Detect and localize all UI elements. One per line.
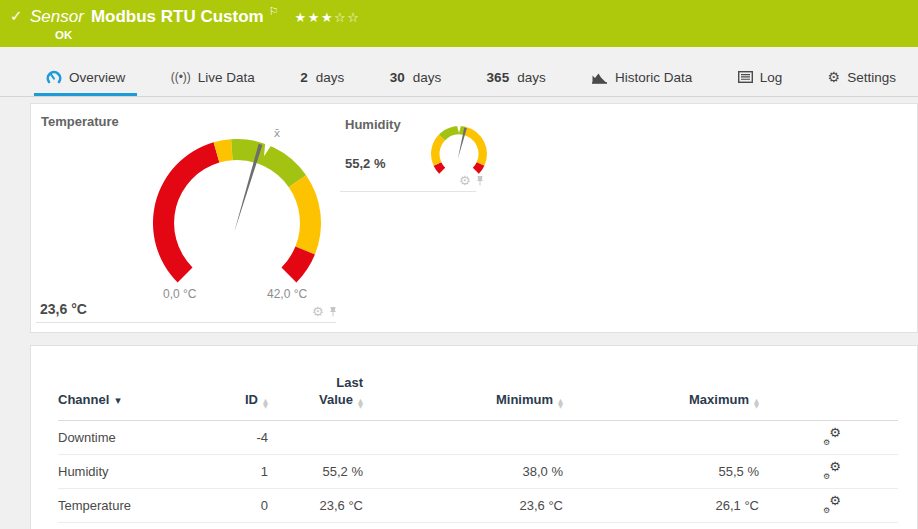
- channel-minimum: 23,6 °C: [363, 489, 563, 523]
- temperature-gauge-title: Temperature: [41, 114, 119, 129]
- channel-settings-icon[interactable]: ⚙⚙: [824, 429, 841, 444]
- tab-label: Historic Data: [615, 70, 692, 85]
- tab-label: Live Data: [198, 70, 255, 85]
- area-chart-icon: [591, 71, 608, 84]
- flag-icon[interactable]: ⚐: [269, 5, 279, 18]
- tab-log[interactable]: Log: [726, 47, 795, 96]
- humidity-tile-actions: ⚙: [459, 173, 485, 188]
- column-header-maximum[interactable]: Maximum▲▼: [563, 374, 759, 421]
- gear-icon: ⚙: [828, 69, 841, 85]
- gauge-max-label: 42,0 °C: [267, 287, 307, 301]
- table-row-humidity: Humidity 1 55,2 % 38,0 % 55,5 % ⚙⚙: [58, 455, 898, 489]
- channel-id: 1: [228, 455, 268, 489]
- sensor-title: Modbus RTU Custom: [91, 7, 264, 26]
- temperature-tile-divider: [36, 322, 336, 323]
- caret-down-icon: ▾: [115, 394, 121, 406]
- gear-icon[interactable]: ⚙: [312, 304, 324, 319]
- broadcast-icon: ((•)): [171, 70, 191, 84]
- tab-365-days[interactable]: 365 days: [475, 47, 558, 96]
- tab-label: Settings: [847, 70, 896, 85]
- tab-30-days[interactable]: 30 days: [378, 47, 454, 96]
- stars-filled: ★★★: [295, 10, 334, 25]
- tab-number: 30: [390, 70, 405, 85]
- tab-overview[interactable]: Overview: [34, 47, 137, 96]
- temperature-current-value: 23,6 °C: [40, 301, 87, 317]
- channel-name[interactable]: Downtime: [58, 421, 228, 455]
- channel-minimum: 38,0 %: [363, 455, 563, 489]
- sort-icon: ▲▼: [754, 399, 759, 409]
- ok-check-icon: ✓: [10, 7, 23, 25]
- channel-maximum: 55,5 %: [563, 455, 759, 489]
- column-header-channel[interactable]: Channel▾: [58, 374, 228, 421]
- tab-settings[interactable]: ⚙ Settings: [816, 47, 908, 96]
- channel-minimum: [363, 421, 563, 455]
- column-header-minimum[interactable]: Minimum▲▼: [363, 374, 563, 421]
- tab-historic-data[interactable]: Historic Data: [579, 47, 704, 96]
- tab-number: 365: [487, 70, 510, 85]
- humidity-current-value: 55,2 %: [345, 156, 385, 171]
- sensor-status-header: ✓ SensorModbus RTU Custom⚐★★★☆☆ OK: [0, 0, 918, 47]
- channel-last-value: 55,2 %: [268, 455, 363, 489]
- temperature-tile-actions: ⚙: [312, 304, 338, 319]
- channel-maximum: 26,1 °C: [563, 489, 759, 523]
- humidity-tile-divider: [340, 191, 476, 192]
- object-kind-label: Sensor: [30, 7, 84, 26]
- column-header-actions: [759, 374, 898, 421]
- stars-empty: ☆☆: [334, 10, 360, 25]
- channel-settings-icon[interactable]: ⚙⚙: [824, 497, 841, 512]
- table-header-row: Channel▾ ID▲▼ Last Value▲▼ Minimum▲▼ Max…: [58, 374, 898, 421]
- tab-2-days[interactable]: 2 days: [288, 47, 356, 96]
- tab-label: Log: [760, 70, 783, 85]
- tab-label: days: [517, 70, 546, 85]
- column-header-last-value[interactable]: Last Value▲▼: [268, 374, 363, 421]
- sort-icon: ▲▼: [558, 399, 563, 409]
- column-header-id[interactable]: ID▲▼: [228, 374, 268, 421]
- pin-icon[interactable]: [328, 306, 338, 318]
- tab-bar: Overview ((•)) Live Data 2 days 30 days …: [0, 47, 918, 97]
- average-marker-label: x̄: [274, 127, 281, 140]
- table-row-downtime: Downtime -4 ⚙⚙: [58, 421, 898, 455]
- gauge-icon: [46, 70, 62, 84]
- channel-id: 0: [228, 489, 268, 523]
- pin-icon[interactable]: [475, 175, 485, 187]
- gear-icon[interactable]: ⚙: [459, 173, 471, 188]
- channel-last-value: 23,6 °C: [268, 489, 363, 523]
- channel-last-value: [268, 421, 363, 455]
- tab-live-data[interactable]: ((•)) Live Data: [159, 47, 267, 96]
- gauge-min-label: 0,0 °C: [163, 287, 196, 301]
- tab-label: days: [413, 70, 442, 85]
- channel-maximum: [563, 421, 759, 455]
- tab-label: Overview: [69, 70, 125, 85]
- table-row-temperature: Temperature 0 23,6 °C 23,6 °C 26,1 °C ⚙⚙: [58, 489, 898, 523]
- sort-icon: ▲▼: [263, 399, 268, 409]
- channels-table: Channel▾ ID▲▼ Last Value▲▼ Minimum▲▼ Max…: [58, 374, 898, 523]
- log-list-icon: [738, 71, 753, 83]
- channel-name[interactable]: Humidity: [58, 455, 228, 489]
- channel-id: -4: [228, 421, 268, 455]
- humidity-gauge-title: Humidity: [345, 117, 401, 132]
- tab-label: days: [316, 70, 345, 85]
- priority-stars[interactable]: ★★★☆☆: [295, 10, 361, 25]
- gauges-panel: Temperature x̄ 0,0 °C 42,0 °C 23,6 °C ⚙ …: [30, 103, 918, 333]
- channels-panel: Channel▾ ID▲▼ Last Value▲▼ Minimum▲▼ Max…: [30, 345, 918, 529]
- sensor-title-line: SensorModbus RTU Custom⚐★★★☆☆: [30, 5, 360, 27]
- channel-name[interactable]: Temperature: [58, 489, 228, 523]
- status-badge: OK: [55, 29, 72, 41]
- sort-icon: ▲▼: [358, 399, 363, 409]
- tab-number: 2: [300, 70, 308, 85]
- channel-settings-icon[interactable]: ⚙⚙: [824, 463, 841, 478]
